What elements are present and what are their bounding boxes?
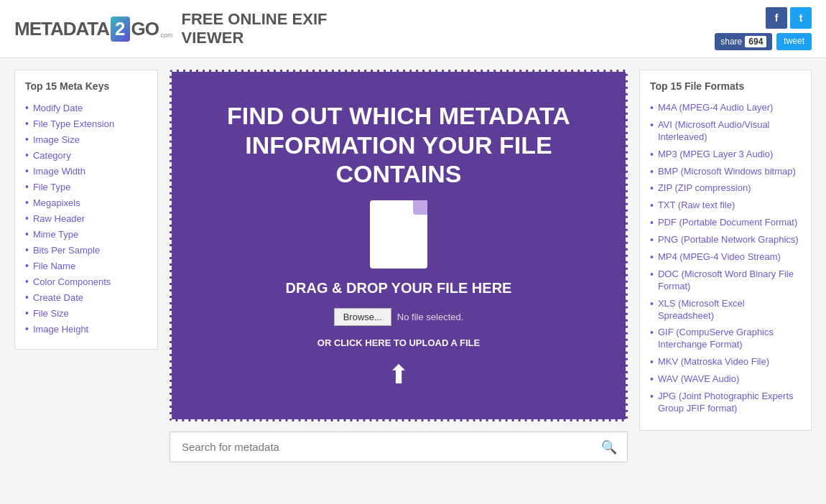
list-item: GIF (CompuServe Graphics Interchange For…	[650, 327, 801, 351]
meta-key-link[interactable]: Create Date	[33, 292, 83, 303]
file-format-link[interactable]: DOC (Microsoft Word Binary File Format)	[658, 269, 801, 293]
file-format-link[interactable]: MP3 (MPEG Layer 3 Audio)	[658, 149, 773, 161]
social-icons: f t	[766, 7, 812, 29]
header: METADATA 2 GO .com FREE ONLINE EXIF VIEW…	[0, 0, 826, 58]
meta-key-link[interactable]: Mime Type	[33, 229, 78, 240]
file-format-link[interactable]: MKV (Matroska Video File)	[658, 356, 769, 368]
list-item: ZIP (ZIP compression)	[650, 182, 801, 195]
list-item: AVI (Microsoft Audio/Visual Interleaved)	[650, 119, 801, 144]
logo-box: 2	[111, 17, 129, 42]
meta-key-link[interactable]: Modify Date	[33, 103, 83, 113]
list-item: BMP (Microsoft Windows bitmap)	[650, 166, 801, 178]
file-format-link[interactable]: ZIP (ZIP compression)	[658, 182, 751, 195]
meta-key-link[interactable]: Image Width	[33, 166, 85, 177]
main-content: Top 15 Meta Keys Modify DateFile Type Ex…	[0, 58, 826, 474]
list-item: TXT (Raw text file)	[650, 200, 801, 212]
list-item: M4A (MPEG-4 Audio Layer)	[650, 102, 801, 114]
meta-key-link[interactable]: Color Components	[33, 276, 111, 287]
no-file-label: No file selected.	[397, 312, 464, 322]
sidebar-left-title: Top 15 Meta Keys	[25, 80, 147, 92]
list-item: JPG (Joint Photographic Experts Group JF…	[650, 391, 801, 415]
header-right: f t share 694 tweet	[715, 7, 812, 50]
file-format-link[interactable]: GIF (CompuServe Graphics Interchange For…	[658, 327, 801, 351]
upload-arrow-icon: ⬆	[388, 360, 409, 390]
sidebar-right-title: Top 15 File Formats	[650, 80, 801, 92]
file-format-link[interactable]: PNG (Portable Network Graphics)	[658, 234, 799, 246]
meta-key-link[interactable]: File Name	[33, 261, 75, 271]
list-item: Raw Header	[25, 213, 147, 224]
upload-title: FIND OUT WHICH METADATA INFORMATION YOUR…	[186, 101, 611, 189]
list-item: Create Date	[25, 291, 147, 303]
list-item: Mime Type	[25, 228, 147, 240]
list-item: Image Width	[25, 165, 147, 177]
meta-key-link[interactable]: Category	[33, 150, 71, 161]
social-actions: share 694 tweet	[715, 33, 812, 50]
list-item: Category	[25, 149, 147, 161]
file-formats-list: M4A (MPEG-4 Audio Layer)AVI (Microsoft A…	[650, 102, 801, 415]
file-format-link[interactable]: MP4 (MPEG-4 Video Stream)	[658, 251, 781, 263]
file-format-link[interactable]: JPG (Joint Photographic Experts Group JF…	[658, 391, 801, 415]
site-title: FREE ONLINE EXIF VIEWER	[182, 10, 328, 48]
share-label: share	[720, 37, 742, 47]
logo-com: .com	[159, 32, 173, 39]
file-format-link[interactable]: XLS (Microsoft Excel Spreadsheet)	[658, 298, 801, 322]
list-item: File Size	[25, 307, 147, 319]
list-item: PDF (Portable Document Format)	[650, 217, 801, 229]
file-format-link[interactable]: BMP (Microsoft Windows bitmap)	[658, 166, 796, 178]
sidebar-right: Top 15 File Formats M4A (MPEG-4 Audio La…	[639, 70, 812, 431]
facebook-share-button[interactable]: share 694	[715, 33, 772, 50]
list-item: MP4 (MPEG-4 Video Stream)	[650, 251, 801, 263]
twitter-icon-button[interactable]: t	[790, 7, 812, 29]
sidebar-left: Top 15 Meta Keys Modify DateFile Type Ex…	[14, 70, 158, 350]
twitter-tweet-button[interactable]: tweet	[776, 33, 812, 50]
meta-key-link[interactable]: Image Size	[33, 134, 80, 145]
list-item: MP3 (MPEG Layer 3 Audio)	[650, 149, 801, 161]
or-upload-text: OR CLICK HERE TO UPLOAD A FILE	[317, 337, 480, 348]
list-item: Megapixels	[25, 197, 147, 208]
meta-key-link[interactable]: Image Height	[33, 324, 88, 335]
file-format-link[interactable]: AVI (Microsoft Audio/Visual Interleaved)	[658, 119, 801, 144]
meta-key-link[interactable]: File Type Extension	[33, 118, 114, 129]
list-item: MKV (Matroska Video File)	[650, 356, 801, 368]
search-input[interactable]	[170, 432, 591, 462]
file-format-link[interactable]: PDF (Portable Document Format)	[658, 217, 797, 229]
meta-key-link[interactable]: File Size	[33, 308, 69, 319]
list-item: Modify Date	[25, 102, 147, 113]
list-item: PNG (Portable Network Graphics)	[650, 234, 801, 246]
search-bar: 🔍	[170, 431, 628, 462]
logo-text-right: GO	[131, 18, 159, 40]
search-button[interactable]: 🔍	[591, 432, 627, 462]
file-icon	[370, 200, 427, 269]
file-format-link[interactable]: TXT (Raw text file)	[658, 200, 735, 212]
browse-button[interactable]: Browse...	[334, 308, 391, 326]
meta-keys-list: Modify DateFile Type ExtensionImage Size…	[25, 102, 147, 335]
file-format-link[interactable]: WAV (WAVE Audio)	[658, 373, 739, 386]
logo-area: METADATA 2 GO .com FREE ONLINE EXIF VIEW…	[14, 10, 327, 48]
browse-row: Browse... No file selected.	[334, 308, 464, 326]
file-format-link[interactable]: M4A (MPEG-4 Audio Layer)	[658, 102, 773, 114]
meta-key-link[interactable]: Bits Per Sample	[33, 245, 100, 256]
facebook-icon-button[interactable]: f	[766, 7, 787, 29]
list-item: Image Size	[25, 134, 147, 145]
upload-dropzone[interactable]: FIND OUT WHICH METADATA INFORMATION YOUR…	[170, 70, 628, 421]
list-item: File Type	[25, 181, 147, 192]
list-item: DOC (Microsoft Word Binary File Format)	[650, 269, 801, 293]
list-item: Image Height	[25, 323, 147, 335]
meta-key-link[interactable]: Megapixels	[33, 197, 80, 208]
list-item: WAV (WAVE Audio)	[650, 373, 801, 386]
list-item: Color Components	[25, 276, 147, 287]
meta-key-link[interactable]: File Type	[33, 182, 71, 192]
meta-key-link[interactable]: Raw Header	[33, 213, 85, 224]
drag-drop-text: DRAG & DROP YOUR FILE HERE	[286, 280, 512, 297]
logo: METADATA 2 GO .com	[14, 17, 173, 42]
share-count: 694	[745, 36, 766, 47]
list-item: File Type Extension	[25, 118, 147, 129]
list-item: File Name	[25, 260, 147, 271]
logo-text-left: METADATA	[14, 18, 109, 40]
list-item: XLS (Microsoft Excel Spreadsheet)	[650, 298, 801, 322]
list-item: Bits Per Sample	[25, 244, 147, 256]
center-area: FIND OUT WHICH METADATA INFORMATION YOUR…	[170, 70, 628, 462]
